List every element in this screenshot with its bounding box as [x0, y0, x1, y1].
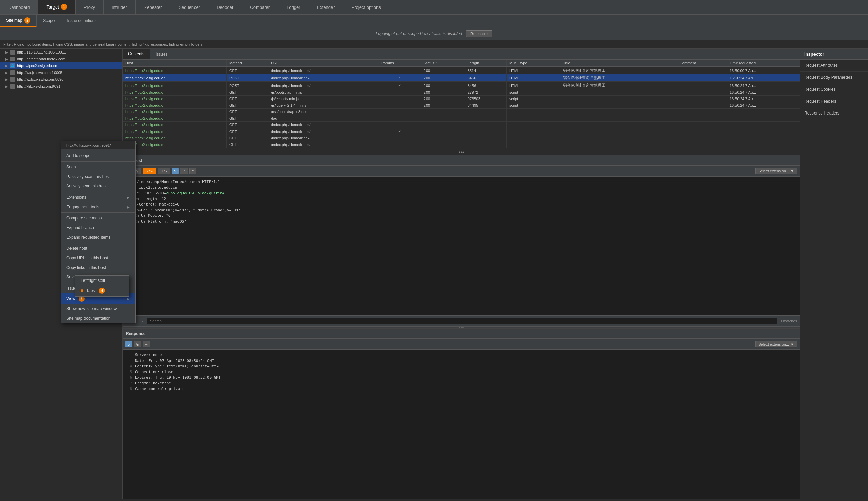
num-button[interactable]: 5 [172, 168, 178, 174]
ctx-scan[interactable]: Scan [61, 162, 135, 172]
sidebar-item-0[interactable]: ▶ http://113.195.173.106:10011 [0, 49, 122, 55]
col-time[interactable]: Time requested [727, 60, 800, 67]
reenable-button[interactable]: Re-enable [466, 30, 492, 37]
ctx-site-map-docs[interactable]: Site map documentation [61, 313, 135, 323]
expand-arrow: ▶ [6, 64, 8, 68]
expand-arrow: ▶ [6, 71, 8, 75]
col-method[interactable]: Method [227, 60, 268, 67]
tab-contents[interactable]: Contents [123, 49, 150, 59]
table-row[interactable]: https://ipcx2.cslg.edu.cnGET/js/echarts.… [123, 96, 800, 102]
host-icon [10, 84, 15, 89]
tab-project-options[interactable]: Project options [344, 0, 389, 14]
tab-repeater[interactable]: Repeater [135, 0, 170, 14]
inspector-response-headers[interactable]: Response Headers [800, 107, 868, 119]
ctx-add-to-scope[interactable]: Add to scope [61, 151, 135, 161]
tab-issues[interactable]: Issues [150, 49, 173, 59]
format-button[interactable]: ≡ [189, 168, 196, 174]
ctx-passively-scan[interactable]: Passively scan this host [61, 172, 135, 181]
dropdown-arrow: ▼ [790, 169, 794, 173]
main-content: ▶ http://113.195.173.106:10011 ▶ http://… [0, 49, 868, 499]
table-row[interactable]: https://ipcx2.cslg.edu.cnGET/js/bootstra… [123, 89, 800, 96]
arrow-icon: ▶ [127, 196, 130, 199]
host-icon [10, 56, 15, 61]
ctx-show-new-window[interactable]: Show new site map window [61, 304, 135, 313]
ctx-extensions[interactable]: Extensions▶ [61, 193, 135, 202]
tab-proxy[interactable]: Proxy [76, 0, 104, 14]
submenu-left-right-split[interactable]: Left/right split [75, 276, 129, 285]
subtab-issue-definitions[interactable]: Issue definitions [61, 15, 103, 27]
col-length[interactable]: Length [465, 60, 506, 67]
request-header: Request [123, 156, 800, 166]
col-title[interactable]: Title [561, 60, 677, 67]
sidebar-label: https://ipcx2.cslg.edu.cn [17, 64, 57, 68]
target-badge: 1 [61, 4, 67, 10]
tab-extender[interactable]: Extender [309, 0, 344, 14]
response-header: Response [123, 329, 800, 339]
tab-intruder[interactable]: Intruder [104, 0, 135, 14]
tab-comparer[interactable]: Comparer [242, 0, 278, 14]
table-row[interactable]: https://ipcx2.cslg.edu.cnGET/index.php/H… [123, 135, 800, 141]
tab-target[interactable]: Target 1 [39, 0, 76, 14]
col-status[interactable]: Status ↑ [421, 60, 465, 67]
table-row[interactable]: https://ipcx2.cslg.edu.cnGET/faq [123, 115, 800, 122]
inspector-request-body-params[interactable]: Request Body Parameters [800, 72, 868, 84]
tab-logger[interactable]: Logger [278, 0, 308, 14]
newline-button[interactable]: \n [180, 168, 188, 174]
sidebar-item-3[interactable]: ▶ http://wx.jxaevc.com:10005 [0, 69, 122, 76]
table-row[interactable]: https://ipcx2.cslg.edu.cnPOST/index.php/… [123, 82, 800, 89]
sidebar-label: http://113.195.173.106:10011 [17, 50, 66, 54]
ctx-copy-links[interactable]: Copy links in this host [61, 263, 135, 272]
table-row[interactable]: https://ipcx2.cslg.edu.cnGET/css/bootstr… [123, 109, 800, 115]
subtab-sitemap[interactable]: Site map 2 [0, 15, 37, 27]
inspector-request-attributes[interactable]: Request Attributes [800, 60, 868, 72]
expand-arrow: ▶ [6, 85, 8, 88]
select-extension-dropdown-resp[interactable]: Select extension... ▼ [755, 341, 797, 347]
sidebar-item-2[interactable]: ▶ 🌐 https://ipcx2.cslg.edu.cn [0, 62, 122, 69]
newline-button-resp[interactable]: \n [133, 341, 141, 347]
table-row[interactable]: https://ipcx2.cslg.edu.cnGET/index.php/H… [123, 141, 800, 148]
dropdown-arrow-resp: ▼ [790, 342, 794, 346]
select-extension-dropdown[interactable]: Select extension... ▼ [755, 168, 797, 174]
panel-tabs: Contents Issues [123, 49, 800, 60]
search-input[interactable] [147, 318, 777, 324]
ctx-actively-scan[interactable]: Actively scan this host [61, 181, 135, 191]
sidebar-label: http://wxbx.jxswkj.com:8090 [17, 77, 63, 82]
format-button-resp[interactable]: ≡ [143, 341, 150, 347]
ctx-engagement-tools[interactable]: Engagement tools▶ [61, 202, 135, 212]
top-navigation: Dashboard Target 1 Proxy Intruder Repeat… [0, 0, 868, 15]
search-next-button[interactable]: → [139, 318, 144, 324]
ctx-expand-requested-items[interactable]: Expand requested items [61, 233, 135, 242]
col-host[interactable]: Host [123, 60, 227, 67]
response-code-area[interactable]: Server: none Date: Fri, 07 Apr 2023 08:5… [123, 350, 800, 499]
tabs-badge: 4 [99, 288, 105, 294]
sidebar-item-4[interactable]: ▶ http://wxbx.jxswkj.com:8090 [0, 76, 122, 83]
table-row[interactable]: https://ipcx2.cslg.edu.cnPOST/index.php/… [123, 74, 800, 82]
tab-decoder[interactable]: Decoder [208, 0, 242, 14]
table-row[interactable]: https://ipcx2.cslg.edu.cnGET/index.php/H… [123, 122, 800, 128]
col-mime[interactable]: MIME type [506, 60, 560, 67]
raw-button[interactable]: Raw [143, 168, 156, 174]
ctx-compare-site-maps[interactable]: Compare site maps [61, 213, 135, 223]
sidebar-item-5[interactable]: ▶ http://xljk.jxswkj.com:9091 [0, 83, 122, 89]
table-row[interactable]: https://ipcx2.cslg.edu.cnGET/js/jquery-2… [123, 102, 800, 109]
inspector-request-headers[interactable]: Request Headers [800, 95, 868, 107]
col-comment[interactable]: Comment [676, 60, 727, 67]
view-submenu: Left/right split Tabs 4 [75, 275, 129, 297]
table-row[interactable]: https://ipcx2.cslg.edu.cnGET/index.php/H… [123, 128, 800, 135]
num-button-resp[interactable]: 5 [126, 341, 132, 347]
request-code-area[interactable]: POST /index.php/Home/Index/search HTTP/1… [123, 177, 800, 315]
ctx-delete-host[interactable]: Delete host [61, 244, 135, 253]
response-title: Response [126, 331, 145, 336]
tab-dashboard[interactable]: Dashboard [0, 0, 39, 14]
subtab-scope[interactable]: Scope [37, 15, 61, 27]
sidebar-item-1[interactable]: ▶ http://detectportal.firefox.com [0, 55, 122, 62]
inspector-request-cookies[interactable]: Request Cookies [800, 84, 868, 95]
hex-button[interactable]: Hex [158, 168, 171, 174]
tab-sequencer[interactable]: Sequencer [170, 0, 208, 14]
col-params[interactable]: Params [378, 60, 421, 67]
table-row[interactable]: https://ipcx2.cslg.edu.cnGET/index.php/H… [123, 67, 800, 74]
col-url[interactable]: URL [268, 60, 379, 67]
ctx-expand-branch[interactable]: Expand branch [61, 223, 135, 233]
submenu-tabs[interactable]: Tabs 4 [75, 285, 129, 296]
ctx-copy-urls[interactable]: Copy URLs in this host [61, 253, 135, 263]
